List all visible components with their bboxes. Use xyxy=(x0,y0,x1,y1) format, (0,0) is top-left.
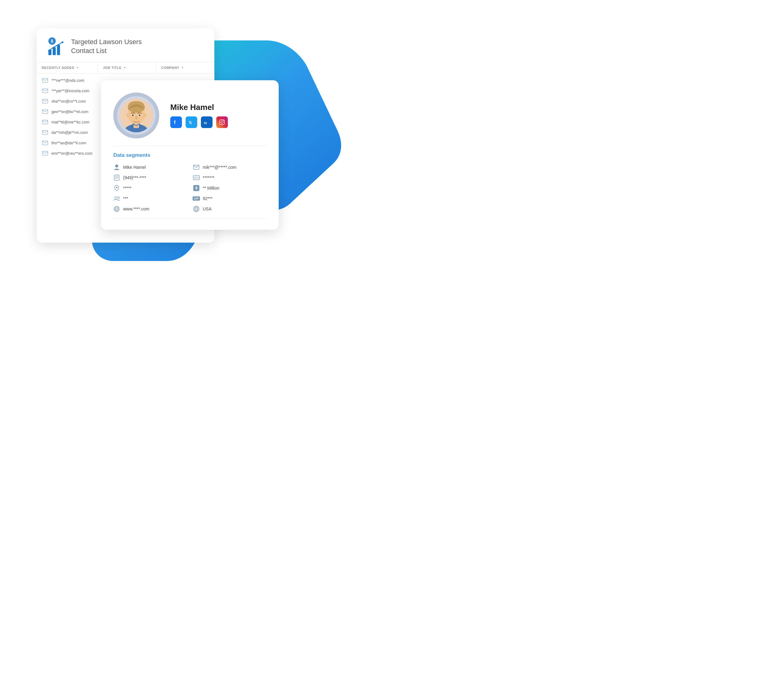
facebook-icon[interactable]: f xyxy=(170,116,182,128)
svg-rect-36 xyxy=(114,175,119,180)
twitter-icon[interactable]: 𝕏 xyxy=(186,116,197,128)
data-item-location: ***** xyxy=(113,185,187,191)
social-icons: f 𝕏 in xyxy=(170,116,267,128)
email-row-icon xyxy=(42,89,48,93)
linkedin-icon[interactable]: in xyxy=(201,116,212,128)
chevron-down-icon: ▼ xyxy=(76,66,79,69)
revenue-icon: $ xyxy=(193,185,200,191)
svg-point-22 xyxy=(132,114,134,116)
data-item-website: www.****.com xyxy=(113,206,187,212)
email-row-icon xyxy=(42,99,48,104)
country-icon xyxy=(193,206,200,212)
profile-name: Mike Hamel xyxy=(170,102,267,112)
data-item-email: mik***@*****.com xyxy=(193,164,267,171)
id-icon xyxy=(193,174,200,181)
svg-point-5 xyxy=(61,41,63,43)
svg-point-46 xyxy=(115,197,117,199)
data-item-revenue: $ ** Million xyxy=(193,185,267,191)
email-row-icon xyxy=(42,140,48,145)
data-item-country: USA xyxy=(193,206,267,212)
email-row-icon xyxy=(42,109,48,114)
data-item-name: Mike Hamel xyxy=(113,164,187,171)
svg-point-27 xyxy=(143,113,146,117)
data-item-id: ******* xyxy=(193,174,267,181)
divider-top xyxy=(113,146,267,146)
dollar-badge: $ xyxy=(193,185,199,191)
card-title-block: Targeted Lawson Users Contact List xyxy=(71,38,142,55)
location-icon xyxy=(113,185,120,191)
svg-text:𝕏: 𝕏 xyxy=(189,120,192,125)
avatar xyxy=(119,99,153,132)
svg-rect-4 xyxy=(57,45,60,55)
avatar-image xyxy=(119,99,153,132)
svg-point-23 xyxy=(139,114,140,116)
data-item-zip: ZIP 92*** xyxy=(193,195,267,202)
scene: $ Targeted Lawson Users Contact List REC… xyxy=(28,19,364,325)
col-job-title[interactable]: JOB TITLE ▼ xyxy=(98,62,156,73)
svg-point-45 xyxy=(116,186,118,188)
col-company[interactable]: COMPANY ▼ xyxy=(156,62,215,73)
svg-point-24 xyxy=(133,115,133,115)
person-icon xyxy=(113,164,120,171)
zip-badge: ZIP xyxy=(193,196,200,201)
svg-point-33 xyxy=(223,120,224,121)
data-segments-title: Data segments xyxy=(113,152,267,158)
svg-point-42 xyxy=(194,177,196,178)
col-recently-added[interactable]: RECENTLY ADDED ▼ xyxy=(37,62,98,73)
email-row-icon xyxy=(42,151,48,156)
logo-icon: $ xyxy=(46,37,66,56)
profile-name-section: Mike Hamel f 𝕏 in xyxy=(170,102,267,128)
svg-rect-3 xyxy=(53,47,56,55)
card-header: $ Targeted Lawson Users Contact List xyxy=(37,28,214,62)
svg-point-47 xyxy=(118,197,119,198)
svg-point-25 xyxy=(140,115,140,115)
chevron-down-icon: ▼ xyxy=(124,66,126,69)
group-icon xyxy=(113,195,120,202)
svg-point-26 xyxy=(127,113,129,117)
globe-icon xyxy=(113,206,120,212)
data-segments-grid: Mike Hamel mik***@*****.com (949)***-***… xyxy=(113,164,267,212)
profile-top: Mike Hamel f 𝕏 in xyxy=(113,92,267,139)
zip-icon: ZIP xyxy=(193,195,200,202)
avatar-inner xyxy=(117,96,156,135)
profile-card: Mike Hamel f 𝕏 in xyxy=(101,80,279,230)
svg-text:$: $ xyxy=(51,39,53,43)
email-row-icon xyxy=(42,120,48,125)
card-title-line1: Targeted Lawson Users xyxy=(71,38,142,46)
table-header: RECENTLY ADDED ▼ JOB TITLE ▼ COMPANY ▼ xyxy=(37,62,214,74)
divider-bottom xyxy=(113,218,267,219)
data-item-employees: *** xyxy=(113,195,187,202)
chevron-down-icon: ▼ xyxy=(181,66,184,69)
email-icon xyxy=(193,164,200,171)
svg-text:in: in xyxy=(204,121,207,125)
avatar-ring xyxy=(113,92,159,139)
phone-icon xyxy=(113,174,120,181)
svg-point-34 xyxy=(115,165,118,168)
card-title-line2: Contact List xyxy=(71,46,142,55)
email-row-icon xyxy=(42,130,48,135)
svg-text:f: f xyxy=(174,120,176,125)
svg-point-32 xyxy=(221,121,223,124)
instagram-icon[interactable] xyxy=(216,116,228,128)
email-row-icon xyxy=(42,78,48,83)
data-item-phone: (949)***-**** xyxy=(113,174,187,181)
